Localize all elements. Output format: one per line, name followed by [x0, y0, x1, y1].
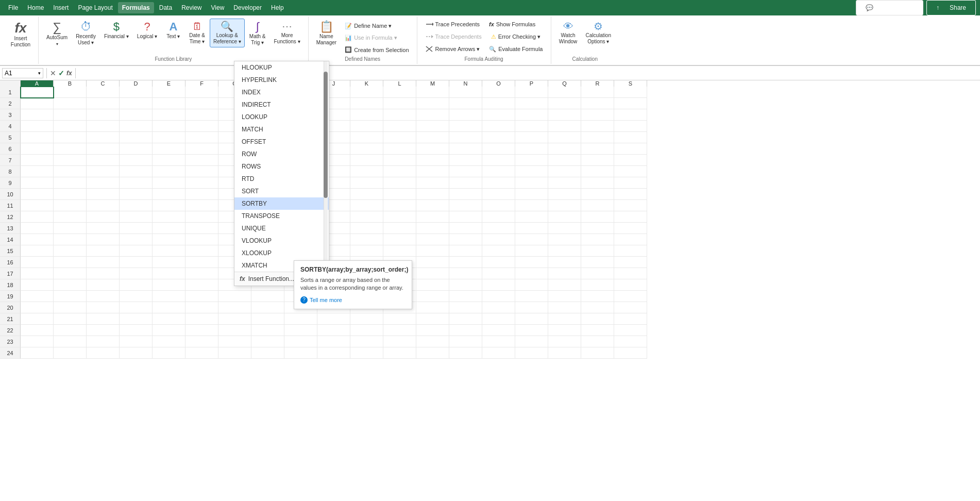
- cell-O13[interactable]: [482, 223, 515, 234]
- cell-B9[interactable]: [54, 177, 87, 189]
- cell-O6[interactable]: [482, 143, 515, 155]
- cell-O12[interactable]: [482, 211, 515, 223]
- cell-O5[interactable]: [482, 132, 515, 143]
- cell-G21[interactable]: [218, 313, 251, 325]
- cell-E5[interactable]: [153, 132, 185, 143]
- cell-B24[interactable]: [54, 347, 87, 359]
- cell-E10[interactable]: [153, 189, 185, 200]
- dropdown-item-row[interactable]: ROW: [234, 148, 329, 160]
- math-trig-button[interactable]: ∫ Math &Trig ▾: [246, 19, 269, 48]
- cell-N21[interactable]: [449, 313, 482, 325]
- cell-C3[interactable]: [87, 109, 120, 121]
- cell-reference-box[interactable]: A1 ▾: [2, 68, 43, 78]
- cell-N10[interactable]: [449, 189, 482, 200]
- col-header-Q[interactable]: Q: [548, 80, 581, 87]
- cell-K23[interactable]: [350, 336, 383, 347]
- cell-H23[interactable]: [251, 336, 284, 347]
- cell-O3[interactable]: [482, 109, 515, 121]
- col-header-M[interactable]: M: [416, 80, 449, 87]
- cell-F15[interactable]: [185, 245, 218, 257]
- cancel-formula-icon[interactable]: ✕: [50, 69, 56, 77]
- cell-I23[interactable]: [284, 336, 317, 347]
- cell-M8[interactable]: [416, 166, 449, 177]
- cell-S1[interactable]: [614, 87, 647, 98]
- cell-L6[interactable]: [383, 143, 416, 155]
- cell-L14[interactable]: [383, 234, 416, 245]
- cell-D11[interactable]: [120, 200, 153, 211]
- cell-F16[interactable]: [185, 257, 218, 268]
- cell-Q8[interactable]: [548, 166, 581, 177]
- cell-M11[interactable]: [416, 200, 449, 211]
- cell-L1[interactable]: [383, 87, 416, 98]
- watch-window-button[interactable]: 👁 WatchWindow: [555, 19, 581, 47]
- cell-A3[interactable]: [21, 109, 54, 121]
- cell-L5[interactable]: [383, 132, 416, 143]
- cell-G22[interactable]: [218, 325, 251, 336]
- cell-S23[interactable]: [614, 336, 647, 347]
- cell-L12[interactable]: [383, 211, 416, 223]
- cell-Q20[interactable]: [548, 302, 581, 313]
- cell-C15[interactable]: [87, 245, 120, 257]
- cell-M13[interactable]: [416, 223, 449, 234]
- cell-P16[interactable]: [515, 257, 548, 268]
- cell-ref-dropdown[interactable]: ▾: [38, 71, 41, 76]
- cell-P7[interactable]: [515, 155, 548, 166]
- cell-Q3[interactable]: [548, 109, 581, 121]
- cell-F21[interactable]: [185, 313, 218, 325]
- cell-A1[interactable]: [21, 87, 54, 98]
- corner-header[interactable]: [0, 80, 21, 87]
- cell-R6[interactable]: [581, 143, 614, 155]
- comments-button[interactable]: 💬 Comments: [856, 0, 923, 15]
- cell-E23[interactable]: [153, 336, 185, 347]
- menu-insert[interactable]: Insert: [49, 2, 73, 13]
- cell-R20[interactable]: [581, 302, 614, 313]
- cell-E22[interactable]: [153, 325, 185, 336]
- cell-I24[interactable]: [284, 347, 317, 359]
- cell-K5[interactable]: [350, 132, 383, 143]
- cell-Q1[interactable]: [548, 87, 581, 98]
- cell-P13[interactable]: [515, 223, 548, 234]
- cell-B11[interactable]: [54, 200, 87, 211]
- cell-R14[interactable]: [581, 234, 614, 245]
- cell-B8[interactable]: [54, 166, 87, 177]
- cell-C12[interactable]: [87, 211, 120, 223]
- cell-P10[interactable]: [515, 189, 548, 200]
- cell-E12[interactable]: [153, 211, 185, 223]
- cell-Q18[interactable]: [548, 279, 581, 291]
- row-header-12[interactable]: 12: [0, 211, 21, 223]
- cell-R12[interactable]: [581, 211, 614, 223]
- cell-C6[interactable]: [87, 143, 120, 155]
- cell-K21[interactable]: [350, 313, 383, 325]
- cell-K4[interactable]: [350, 121, 383, 132]
- col-header-D[interactable]: D: [120, 80, 153, 87]
- cell-Q23[interactable]: [548, 336, 581, 347]
- cell-N7[interactable]: [449, 155, 482, 166]
- cell-Q15[interactable]: [548, 245, 581, 257]
- cell-O9[interactable]: [482, 177, 515, 189]
- cell-S19[interactable]: [614, 291, 647, 302]
- cell-D2[interactable]: [120, 98, 153, 109]
- row-header-14[interactable]: 14: [0, 234, 21, 245]
- recently-used-button[interactable]: ⏱ RecentlyUsed ▾: [72, 19, 99, 48]
- cell-F6[interactable]: [185, 143, 218, 155]
- row-header-17[interactable]: 17: [0, 268, 21, 279]
- cell-S7[interactable]: [614, 155, 647, 166]
- trace-precedents-button[interactable]: Trace Precedents: [421, 19, 483, 30]
- insert-function-formula-icon[interactable]: fx: [66, 70, 72, 77]
- cell-E3[interactable]: [153, 109, 185, 121]
- cell-Q19[interactable]: [548, 291, 581, 302]
- cell-A15[interactable]: [21, 245, 54, 257]
- cell-N4[interactable]: [449, 121, 482, 132]
- cell-B6[interactable]: [54, 143, 87, 155]
- cell-P23[interactable]: [515, 336, 548, 347]
- cell-O22[interactable]: [482, 325, 515, 336]
- cell-B10[interactable]: [54, 189, 87, 200]
- cell-K10[interactable]: [350, 189, 383, 200]
- cell-P9[interactable]: [515, 177, 548, 189]
- cell-C16[interactable]: [87, 257, 120, 268]
- cell-M19[interactable]: [416, 291, 449, 302]
- cell-S13[interactable]: [614, 223, 647, 234]
- row-header-3[interactable]: 3: [0, 109, 21, 121]
- cell-E13[interactable]: [153, 223, 185, 234]
- row-header-22[interactable]: 22: [0, 325, 21, 336]
